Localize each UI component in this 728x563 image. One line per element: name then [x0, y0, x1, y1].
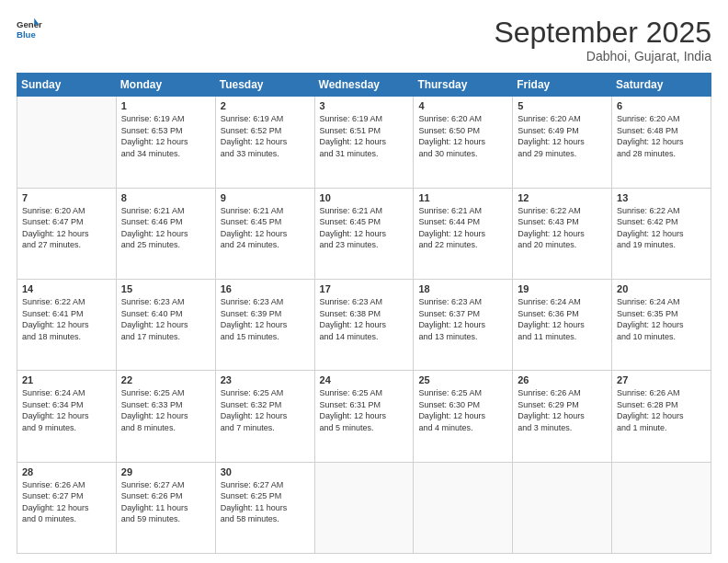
cell-content: Sunrise: 6:22 AM Sunset: 6:41 PM Dayligh… — [22, 296, 111, 342]
month-title: September 2025 — [494, 17, 711, 49]
cell-content: Sunrise: 6:24 AM Sunset: 6:35 PM Dayligh… — [617, 296, 706, 342]
col-thursday: Thursday — [414, 74, 513, 97]
cell-content: Sunrise: 6:26 AM Sunset: 6:27 PM Dayligh… — [22, 479, 111, 525]
cell-content: Sunrise: 6:25 AM Sunset: 6:33 PM Dayligh… — [121, 387, 210, 433]
cell-content: Sunrise: 6:20 AM Sunset: 6:49 PM Dayligh… — [518, 113, 607, 159]
title-block: September 2025 Dabhoi, Gujarat, India — [494, 17, 711, 63]
table-row: 4Sunrise: 6:20 AM Sunset: 6:50 PM Daylig… — [414, 97, 513, 188]
cell-content: Sunrise: 6:21 AM Sunset: 6:45 PM Dayligh… — [320, 205, 409, 251]
table-row: 27Sunrise: 6:26 AM Sunset: 6:28 PM Dayli… — [612, 371, 711, 462]
table-row: 26Sunrise: 6:26 AM Sunset: 6:29 PM Dayli… — [513, 371, 612, 462]
table-row: 22Sunrise: 6:25 AM Sunset: 6:33 PM Dayli… — [116, 371, 215, 462]
svg-text:Blue: Blue — [17, 29, 36, 40]
day-number: 7 — [22, 192, 111, 203]
cell-content: Sunrise: 6:21 AM Sunset: 6:44 PM Dayligh… — [418, 205, 507, 251]
day-number: 9 — [221, 192, 310, 203]
day-number: 8 — [121, 192, 210, 203]
table-row: 16Sunrise: 6:23 AM Sunset: 6:39 PM Dayli… — [215, 279, 314, 370]
day-number: 16 — [221, 283, 310, 294]
table-row: 29Sunrise: 6:27 AM Sunset: 6:26 PM Dayli… — [116, 462, 215, 553]
table-row — [314, 462, 414, 553]
day-number: 23 — [221, 374, 310, 385]
table-row: 17Sunrise: 6:23 AM Sunset: 6:38 PM Dayli… — [314, 279, 414, 370]
table-row: 19Sunrise: 6:24 AM Sunset: 6:36 PM Dayli… — [513, 279, 612, 370]
calendar-week-1: 1Sunrise: 6:19 AM Sunset: 6:53 PM Daylig… — [17, 97, 711, 188]
table-row: 12Sunrise: 6:22 AM Sunset: 6:43 PM Dayli… — [513, 188, 612, 279]
table-row: 30Sunrise: 6:27 AM Sunset: 6:25 PM Dayli… — [215, 462, 314, 553]
table-row: 6Sunrise: 6:20 AM Sunset: 6:48 PM Daylig… — [612, 97, 711, 188]
cell-content: Sunrise: 6:26 AM Sunset: 6:28 PM Dayligh… — [617, 387, 706, 433]
table-row: 9Sunrise: 6:21 AM Sunset: 6:45 PM Daylig… — [215, 188, 314, 279]
col-sunday: Sunday — [17, 74, 117, 97]
table-row: 20Sunrise: 6:24 AM Sunset: 6:35 PM Dayli… — [612, 279, 711, 370]
day-number: 19 — [518, 283, 607, 294]
day-number: 10 — [320, 192, 409, 203]
logo-icon: General Blue — [17, 17, 42, 42]
table-row: 2Sunrise: 6:19 AM Sunset: 6:52 PM Daylig… — [215, 97, 314, 188]
cell-content: Sunrise: 6:27 AM Sunset: 6:25 PM Dayligh… — [221, 479, 310, 525]
cell-content: Sunrise: 6:19 AM Sunset: 6:51 PM Dayligh… — [320, 113, 409, 159]
day-number: 28 — [22, 466, 111, 477]
table-row: 24Sunrise: 6:25 AM Sunset: 6:31 PM Dayli… — [314, 371, 414, 462]
cell-content: Sunrise: 6:22 AM Sunset: 6:42 PM Dayligh… — [617, 205, 706, 251]
table-row: 3Sunrise: 6:19 AM Sunset: 6:51 PM Daylig… — [314, 97, 414, 188]
cell-content: Sunrise: 6:27 AM Sunset: 6:26 PM Dayligh… — [121, 479, 210, 525]
col-tuesday: Tuesday — [215, 74, 314, 97]
table-row: 28Sunrise: 6:26 AM Sunset: 6:27 PM Dayli… — [17, 462, 117, 553]
cell-content: Sunrise: 6:20 AM Sunset: 6:47 PM Dayligh… — [22, 205, 111, 251]
table-row: 13Sunrise: 6:22 AM Sunset: 6:42 PM Dayli… — [612, 188, 711, 279]
table-row: 8Sunrise: 6:21 AM Sunset: 6:46 PM Daylig… — [116, 188, 215, 279]
calendar-week-5: 28Sunrise: 6:26 AM Sunset: 6:27 PM Dayli… — [17, 462, 711, 553]
cell-content: Sunrise: 6:26 AM Sunset: 6:29 PM Dayligh… — [518, 387, 607, 433]
table-row: 5Sunrise: 6:20 AM Sunset: 6:49 PM Daylig… — [513, 97, 612, 188]
day-number: 12 — [518, 192, 607, 203]
table-row: 15Sunrise: 6:23 AM Sunset: 6:40 PM Dayli… — [116, 279, 215, 370]
day-number: 6 — [617, 100, 706, 111]
cell-content: Sunrise: 6:23 AM Sunset: 6:37 PM Dayligh… — [418, 296, 507, 342]
day-number: 25 — [418, 374, 507, 385]
calendar-week-2: 7Sunrise: 6:20 AM Sunset: 6:47 PM Daylig… — [17, 188, 711, 279]
cell-content: Sunrise: 6:25 AM Sunset: 6:30 PM Dayligh… — [418, 387, 507, 433]
table-row — [17, 97, 117, 188]
cell-content: Sunrise: 6:24 AM Sunset: 6:36 PM Dayligh… — [518, 296, 607, 342]
day-number: 24 — [320, 374, 409, 385]
table-row: 1Sunrise: 6:19 AM Sunset: 6:53 PM Daylig… — [116, 97, 215, 188]
logo: General Blue — [17, 17, 42, 42]
day-number: 29 — [121, 466, 210, 477]
day-number: 27 — [617, 374, 706, 385]
calendar-week-4: 21Sunrise: 6:24 AM Sunset: 6:34 PM Dayli… — [17, 371, 711, 462]
day-number: 2 — [221, 100, 310, 111]
table-row — [612, 462, 711, 553]
cell-content: Sunrise: 6:21 AM Sunset: 6:46 PM Dayligh… — [121, 205, 210, 251]
table-row: 23Sunrise: 6:25 AM Sunset: 6:32 PM Dayli… — [215, 371, 314, 462]
table-row: 14Sunrise: 6:22 AM Sunset: 6:41 PM Dayli… — [17, 279, 117, 370]
cell-content: Sunrise: 6:22 AM Sunset: 6:43 PM Dayligh… — [518, 205, 607, 251]
col-saturday: Saturday — [612, 74, 711, 97]
table-row: 18Sunrise: 6:23 AM Sunset: 6:37 PM Dayli… — [414, 279, 513, 370]
table-row: 7Sunrise: 6:20 AM Sunset: 6:47 PM Daylig… — [17, 188, 117, 279]
day-number: 17 — [320, 283, 409, 294]
day-number: 15 — [121, 283, 210, 294]
day-number: 18 — [418, 283, 507, 294]
day-number: 11 — [418, 192, 507, 203]
table-row: 21Sunrise: 6:24 AM Sunset: 6:34 PM Dayli… — [17, 371, 117, 462]
table-row: 10Sunrise: 6:21 AM Sunset: 6:45 PM Dayli… — [314, 188, 414, 279]
page: General Blue September 2025 Dabhoi, Guja… — [0, 0, 728, 563]
cell-content: Sunrise: 6:20 AM Sunset: 6:50 PM Dayligh… — [418, 113, 507, 159]
day-number: 30 — [221, 466, 310, 477]
table-row: 25Sunrise: 6:25 AM Sunset: 6:30 PM Dayli… — [414, 371, 513, 462]
table-row — [513, 462, 612, 553]
cell-content: Sunrise: 6:23 AM Sunset: 6:39 PM Dayligh… — [221, 296, 310, 342]
cell-content: Sunrise: 6:24 AM Sunset: 6:34 PM Dayligh… — [22, 387, 111, 433]
cell-content: Sunrise: 6:19 AM Sunset: 6:53 PM Dayligh… — [121, 113, 210, 159]
day-number: 3 — [320, 100, 409, 111]
cell-content: Sunrise: 6:25 AM Sunset: 6:31 PM Dayligh… — [320, 387, 409, 433]
col-wednesday: Wednesday — [314, 74, 414, 97]
col-friday: Friday — [513, 74, 612, 97]
col-monday: Monday — [116, 74, 215, 97]
cell-content: Sunrise: 6:19 AM Sunset: 6:52 PM Dayligh… — [221, 113, 310, 159]
subtitle: Dabhoi, Gujarat, India — [494, 49, 711, 63]
table-row: 11Sunrise: 6:21 AM Sunset: 6:44 PM Dayli… — [414, 188, 513, 279]
calendar-table: Sunday Monday Tuesday Wednesday Thursday… — [17, 73, 711, 554]
day-number: 22 — [121, 374, 210, 385]
